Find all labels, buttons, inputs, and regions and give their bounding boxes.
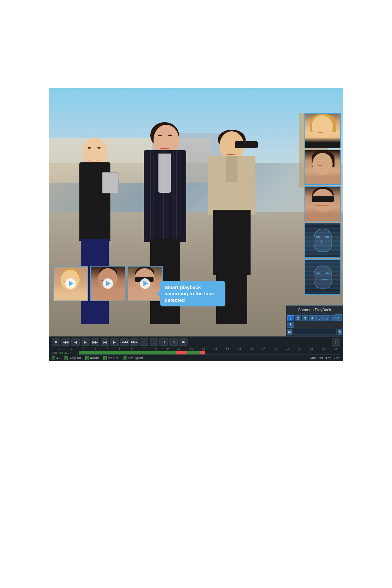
channel-btn-8[interactable]: 8 <box>287 322 294 328</box>
face-thumb-3[interactable] <box>304 186 341 221</box>
play-button-1[interactable] <box>65 278 76 289</box>
play-button-2[interactable] <box>103 278 113 289</box>
face-thumb-4-digital[interactable] <box>304 223 341 258</box>
timeline-segment-regular <box>79 351 176 354</box>
begin-button[interactable]: ◀◀◀ <box>120 338 129 346</box>
timeline-segment-regular2 <box>187 351 200 354</box>
timeline-area: 0 1 2 3 4 5 6 7 8 9 10 11 12 13 14 15 16… <box>52 347 340 355</box>
timescale-2hr[interactable]: 2hr <box>318 356 323 360</box>
smart-callout: Smart playback according to the face det… <box>160 281 225 307</box>
channel-buttons: 1 2 3 4 5 6 7 8 <box>287 315 341 328</box>
fast-forward-button[interactable]: ▶▶ <box>91 338 99 346</box>
filter-regular-checkbox[interactable] <box>64 356 68 360</box>
filter-regular-label: Regular <box>69 356 81 360</box>
back-icon-button[interactable]: ↙ <box>335 314 342 321</box>
filter-alarm-label: Alarm <box>90 356 99 360</box>
search-row: All 🔍 <box>287 329 341 335</box>
timeline-segment-alarm2 <box>200 351 205 354</box>
expand-button[interactable]: ▷ <box>332 338 340 346</box>
filter-all-checkbox[interactable] <box>52 356 55 360</box>
filter-regular[interactable]: Regular <box>64 356 81 360</box>
detected-face-1[interactable] <box>53 266 88 301</box>
channel-btn-6[interactable]: 6 <box>323 315 330 321</box>
play-button-3[interactable] <box>140 278 150 289</box>
end-button[interactable]: ▶▶▶ <box>130 338 139 346</box>
channel-btn-5[interactable]: 5 <box>316 315 323 321</box>
skip-back-button[interactable]: |◀ <box>101 338 109 346</box>
channel-btn-1[interactable]: 1 <box>287 315 294 321</box>
filter-intelligent-checkbox[interactable] <box>123 356 127 360</box>
filter-checkboxes: All Regular Alarm Manual intelligent <box>52 356 143 360</box>
filter-manual-checkbox[interactable] <box>103 356 107 360</box>
clip-button[interactable]: □ <box>140 338 148 346</box>
channel-search-input[interactable] <box>293 329 337 335</box>
snapshot-button[interactable]: ⊡ <box>150 338 158 346</box>
face-thumb-5-digital[interactable] <box>304 259 341 295</box>
filter-alarm[interactable]: Alarm <box>85 356 99 360</box>
playback-panel: Common PlayBack 1 2 3 4 5 6 7 8 All 🔍 <box>286 305 343 336</box>
detected-face-row <box>53 266 163 301</box>
prev-frame-button[interactable]: ◀◀ <box>61 338 70 346</box>
filter-intelligent-label: intelligent <box>128 356 143 360</box>
timeline-bar[interactable] <box>77 351 340 355</box>
filter-all[interactable]: All <box>52 356 60 360</box>
filter-intelligent[interactable]: intelligent <box>123 356 143 360</box>
app-container: Smart playback according to the face det… <box>0 0 392 588</box>
playback-footer: All Regular Alarm Manual intelligent <box>52 356 340 360</box>
sync-button[interactable]: ↺ <box>159 338 168 346</box>
control-bar: ■ ◀◀ ◀ ▶ ▶▶ |◀ ▶| ◀◀◀ ▶▶▶ □ ⊡ ↺ ✕ <box>49 336 343 361</box>
channel-timeline-row: CH1 00:06:07 <box>52 351 340 355</box>
p3-jacket <box>208 156 255 215</box>
filter-all-label: All <box>56 356 60 360</box>
channel-btn-2[interactable]: 2 <box>295 315 301 321</box>
filter-manual[interactable]: Manual <box>103 356 120 360</box>
channel-label: CH1 <box>52 351 59 354</box>
detected-face-2[interactable] <box>90 266 125 301</box>
p2-torso <box>144 150 186 242</box>
p3-glasses <box>235 141 258 148</box>
channel-btn-4[interactable]: 4 <box>309 315 316 321</box>
transport-controls: ■ ◀◀ ◀ ▶ ▶▶ |◀ ▶| ◀◀◀ ▶▶▶ □ ⊡ ↺ ✕ <box>52 338 340 346</box>
current-time-display: 00:06:07 <box>59 351 76 354</box>
timescale-1hr[interactable]: 1hr <box>325 356 331 360</box>
search-button[interactable]: 🔍 <box>338 329 342 335</box>
record-button[interactable]: ⏺ <box>179 338 188 346</box>
stop-button[interactable]: ■ <box>52 338 60 346</box>
play-button[interactable]: ▶ <box>81 338 90 346</box>
filter-alarm-checkbox[interactable] <box>85 356 89 360</box>
time-scale-buttons: 24hr 2hr 1hr 30mi <box>309 356 340 360</box>
slow-play-button[interactable]: ◀ <box>71 338 80 346</box>
timeline-segment-alarm1 <box>176 351 187 354</box>
face-thumb-1[interactable] <box>304 113 341 148</box>
filter-manual-label: Manual <box>108 356 120 360</box>
all-channels-button[interactable]: All <box>287 329 292 335</box>
timescale-24hr[interactable]: 24hr <box>309 356 316 360</box>
p3-dress <box>213 210 251 275</box>
skip-fwd-button[interactable]: ▶| <box>110 338 119 346</box>
video-area: Smart playback according to the face det… <box>49 88 343 336</box>
timeline-cursor <box>82 351 82 354</box>
top-space <box>0 0 392 88</box>
close-button[interactable]: ✕ <box>169 338 178 346</box>
face-thumbnails <box>304 113 343 295</box>
timescale-30mi[interactable]: 30mi <box>333 356 340 360</box>
face-thumb-2[interactable] <box>304 150 341 185</box>
playback-title: Common PlayBack <box>287 307 341 314</box>
bottom-white-space <box>0 361 392 588</box>
p1-torso <box>79 162 110 241</box>
channel-btn-3[interactable]: 3 <box>302 315 308 321</box>
